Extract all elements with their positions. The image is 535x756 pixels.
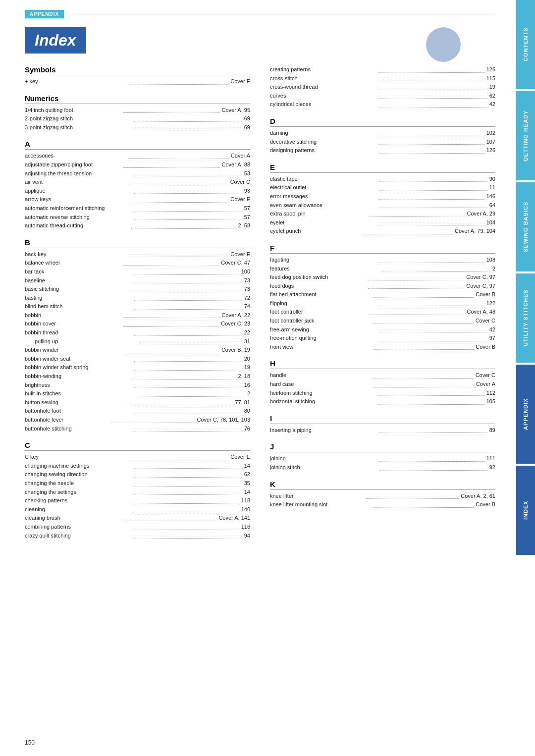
entry-dots xyxy=(373,317,473,324)
entry-term: feed dog position switch xyxy=(270,273,366,282)
section-badge: APPENDIX xyxy=(25,10,64,18)
entry-dots xyxy=(134,381,242,388)
entry-dots xyxy=(134,169,242,177)
entry-dots xyxy=(134,479,242,486)
entry-page: 42 xyxy=(489,325,495,334)
index-entry: joining stitch92 xyxy=(270,463,495,472)
index-entry: elastic tape90 xyxy=(270,175,495,184)
left-column: Symbols+ keyCover ENumerics1/4 inch quil… xyxy=(25,65,250,540)
entry-dots xyxy=(123,106,220,113)
index-entry: checking patterns118 xyxy=(25,496,250,505)
entry-dots xyxy=(378,454,484,462)
entry-page: Cover C, 23 xyxy=(221,320,250,328)
index-entry: + keyCover E xyxy=(25,77,250,86)
entry-dots xyxy=(134,328,242,336)
entry-dots xyxy=(378,218,484,226)
index-entry: joining111 xyxy=(270,454,495,463)
entry-term: eyelet punch xyxy=(270,227,361,236)
entry-dots xyxy=(378,299,484,307)
index-entry: eyelet104 xyxy=(270,218,495,227)
entry-page: 90 xyxy=(489,175,495,184)
entry-page: Cover C, 97 xyxy=(466,282,495,291)
index-entry: 3-point zigzag stitch69 xyxy=(25,123,250,132)
entry-term: balance wheel xyxy=(25,259,121,268)
entry-dots xyxy=(133,496,239,504)
entry-page: Cover A, 2, 61 xyxy=(461,492,495,501)
sidebar-tab-utility-stitches: UTILITY STITCHES xyxy=(516,273,535,363)
entry-term: 2-point zigzag stitch xyxy=(25,114,132,123)
entry-page: Cover C xyxy=(476,371,495,380)
entry-page: 64 xyxy=(489,201,495,210)
entry-page: 22 xyxy=(244,328,250,337)
sidebar-tab-index: INDEX xyxy=(516,466,535,555)
entry-page: Cover A, 95 xyxy=(222,106,250,115)
entry-dots xyxy=(378,65,484,73)
entry-page: 77, 81 xyxy=(235,398,250,407)
entry-page: 126 xyxy=(486,65,495,74)
index-entry: buttonhole leverCover C, 78, 101, 103 xyxy=(25,416,250,425)
index-entry: combining patterns116 xyxy=(25,523,250,532)
entry-term: cleaning brush xyxy=(25,514,120,523)
decorative-circle xyxy=(426,27,461,62)
entry-dots xyxy=(368,282,464,289)
entry-page: 118 xyxy=(241,496,250,505)
entry-term: back key xyxy=(25,250,126,259)
entry-term: appliqué xyxy=(25,187,132,196)
entry-dots xyxy=(378,146,484,154)
entry-page: Cover E xyxy=(230,77,250,86)
entry-page: Cover A, 22 xyxy=(222,311,250,320)
index-entry: buttonhole foot80 xyxy=(25,407,250,416)
entry-page: 16 xyxy=(244,381,250,390)
entry-page: 69 xyxy=(244,114,250,123)
entry-page: 2 xyxy=(492,265,495,273)
entry-term: bobbin thread xyxy=(25,328,132,337)
index-entry: creating patterns126 xyxy=(270,65,495,74)
index-title-box: Index xyxy=(25,27,86,54)
entry-dots xyxy=(379,325,487,333)
entry-term: 3-point zigzag stitch xyxy=(25,123,132,132)
entry-page: 42 xyxy=(489,100,495,109)
entry-page: 92 xyxy=(489,463,495,472)
entry-page: Cover C xyxy=(230,178,250,187)
entry-page: 80 xyxy=(244,407,250,416)
entry-dots xyxy=(363,227,453,234)
index-entry: built-in stitches2 xyxy=(25,389,250,398)
entry-term: hard case xyxy=(270,380,371,389)
entry-page: 140 xyxy=(241,505,250,514)
entry-page: 69 xyxy=(244,123,250,132)
index-entry: error messages146 xyxy=(270,192,495,201)
entry-dots xyxy=(379,175,487,182)
entry-dots xyxy=(369,308,465,315)
entry-term: checking patterns xyxy=(25,496,131,505)
index-entry: bobbin-winding2, 18 xyxy=(25,372,250,381)
entry-term: automatic reverse stitching xyxy=(25,213,132,222)
entry-page: 108 xyxy=(486,256,495,265)
entry-term: 1/4 inch quilting foot xyxy=(25,106,121,115)
entry-dots xyxy=(127,178,228,185)
entry-term: pulling up xyxy=(35,337,137,346)
entry-page: 35 xyxy=(244,479,250,488)
index-entry: basic stitching73 xyxy=(25,285,250,294)
entry-dots xyxy=(123,311,220,319)
index-entry: decorative stitching107 xyxy=(270,138,495,147)
entry-dots xyxy=(379,334,487,341)
entry-page: 102 xyxy=(486,129,495,138)
index-entry: bar tack100 xyxy=(25,268,250,276)
entry-page: 20 xyxy=(244,355,250,364)
index-entry: hard caseCover A xyxy=(270,380,495,389)
index-entry: changing the needle35 xyxy=(25,479,250,488)
entry-term: bobbin cover xyxy=(25,320,121,328)
index-entry: free-arm sewing42 xyxy=(270,325,495,334)
entry-term: foot controller jack xyxy=(270,317,371,325)
entry-dots xyxy=(136,389,245,397)
index-entry: automatic reinforcement stitching57 xyxy=(25,204,250,213)
entry-page: 19 xyxy=(244,363,250,372)
index-entry: buttonhole stitching76 xyxy=(25,425,250,433)
entry-term: front view xyxy=(270,343,371,352)
entry-dots xyxy=(128,152,229,159)
index-entry: bobbin winderCover B, 19 xyxy=(25,346,250,355)
entry-term: bobbin winder xyxy=(25,346,121,355)
entry-page: 93 xyxy=(244,187,250,196)
entry-dots xyxy=(134,355,242,362)
entry-dots xyxy=(134,407,242,414)
